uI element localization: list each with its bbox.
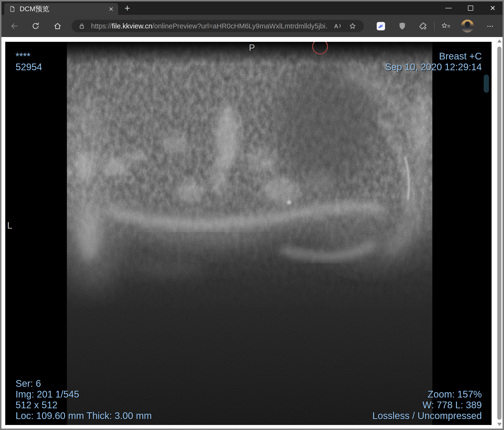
address-bar[interactable]: https://file.kkview.cn/onlinePreview?url… [72, 20, 364, 32]
settings-menu-button[interactable]: ••• [484, 21, 497, 31]
patient-id: 52954 [16, 62, 42, 72]
slice-location: Loc: 109.60 mm Thick: 3.00 mm [16, 410, 152, 421]
compression-info: Lossless / Uncompressed [372, 410, 482, 421]
page-background: **** 52954 Breast +C Sep 10, 2020 12:29:… [1, 37, 503, 429]
extensions-button[interactable] [418, 21, 429, 31]
close-button[interactable]: ✕ [485, 1, 500, 15]
tab-close-button[interactable]: ✕ [107, 5, 115, 13]
mri-image [67, 42, 432, 425]
patient-name-masked: **** [16, 51, 42, 62]
study-description: Breast +C [385, 51, 482, 62]
url-scheme: https:// [91, 22, 112, 30]
url-domain: file.kkview.cn [112, 22, 152, 30]
back-button[interactable] [9, 21, 19, 31]
scrollbar-thumb[interactable] [497, 47, 501, 420]
browser-window: DCM预览 ✕ + ✕ [0, 0, 504, 430]
url-text[interactable]: https://file.kkview.cn/onlinePreview?url… [91, 22, 327, 30]
window-level: W: 778 L: 389 [372, 400, 482, 410]
study-info-overlay: Breast +C Sep 10, 2020 12:29:14 [385, 51, 482, 72]
series-scrollbar-thumb[interactable] [484, 74, 489, 93]
refresh-icon [32, 22, 40, 30]
profile-avatar[interactable] [461, 20, 474, 33]
lock-icon [79, 23, 85, 29]
puzzle-icon [419, 22, 427, 30]
add-favorite-button[interactable] [348, 21, 358, 31]
new-tab-button[interactable]: + [122, 3, 133, 14]
maximize-button[interactable] [463, 1, 478, 15]
read-aloud-icon: A [334, 22, 342, 30]
title-bar: DCM预览 ✕ + ✕ [1, 1, 503, 15]
svg-text:A: A [334, 23, 338, 29]
tab-title: DCM预览 [20, 4, 49, 14]
display-info-overlay: Zoom: 157% W: 778 L: 389 Lossless / Unco… [372, 389, 482, 421]
image-number: Img: 201 1/545 [16, 389, 152, 400]
scroll-down-arrow[interactable] [497, 423, 502, 426]
toolbar-divider [434, 21, 435, 31]
star-icon [349, 22, 356, 30]
series-info-overlay: Ser: 6 Img: 201 1/545 512 x 512 Loc: 109… [16, 378, 152, 421]
shield-icon: T [398, 22, 406, 30]
home-icon [54, 22, 62, 30]
dicom-viewer[interactable]: **** 52954 Breast +C Sep 10, 2020 12:29:… [5, 42, 492, 425]
series-number: Ser: 6 [16, 378, 152, 389]
minimize-icon [445, 8, 452, 8]
arrow-left-icon [10, 22, 18, 30]
document-icon [9, 6, 16, 12]
scroll-up-arrow[interactable] [497, 39, 502, 43]
navigation-toolbar: https://file.kkview.cn/onlinePreview?url… [1, 15, 503, 37]
favorites-button[interactable] [441, 21, 451, 31]
image-matrix: 512 x 512 [16, 400, 152, 410]
star-list-icon [441, 22, 450, 30]
minimize-button[interactable] [441, 1, 456, 15]
patient-info-overlay: **** 52954 [16, 51, 42, 72]
svg-text:T: T [401, 23, 404, 28]
vertical-scrollbar[interactable] [496, 37, 503, 429]
refresh-button[interactable] [31, 21, 41, 31]
maximize-icon [468, 6, 473, 11]
url-path: /onlinePreview?url=aHR0cHM6Ly9maWxlLmtrd… [152, 22, 327, 30]
study-datetime: Sep 10, 2020 12:29:14 [385, 62, 482, 72]
orientation-left-label: L [7, 221, 12, 231]
browser-tab[interactable]: DCM预览 ✕ [4, 3, 118, 15]
home-button[interactable] [53, 21, 63, 31]
zoom-level: Zoom: 157% [372, 389, 482, 400]
screen: { "chrome": { "tab_title": "DCM预览", "tab… [0, 0, 504, 430]
bird-icon [377, 22, 385, 30]
tampermonkey-extension-button[interactable]: T [397, 21, 407, 31]
extension-thunder-button[interactable] [376, 21, 386, 31]
orientation-posterior-label: P [249, 43, 255, 53]
read-aloud-button[interactable]: A [333, 21, 343, 31]
